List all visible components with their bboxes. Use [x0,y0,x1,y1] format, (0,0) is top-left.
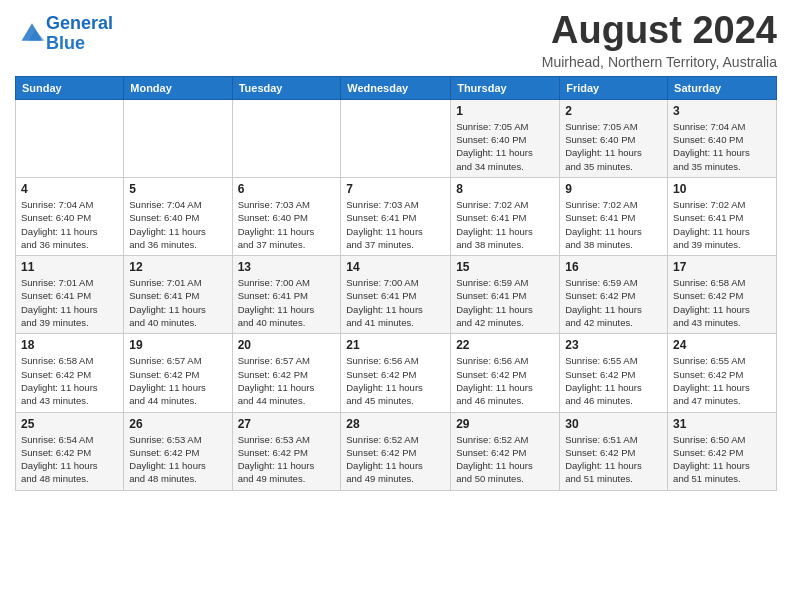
day-info: Sunrise: 6:57 AM Sunset: 6:42 PM Dayligh… [129,354,226,407]
day-info: Sunrise: 7:04 AM Sunset: 6:40 PM Dayligh… [129,198,226,251]
logo-general: General [46,13,113,33]
calendar-cell: 10Sunrise: 7:02 AM Sunset: 6:41 PM Dayli… [668,177,777,255]
calendar-cell: 11Sunrise: 7:01 AM Sunset: 6:41 PM Dayli… [16,256,124,334]
day-number: 24 [673,338,771,352]
calendar-cell: 1Sunrise: 7:05 AM Sunset: 6:40 PM Daylig… [451,99,560,177]
day-info: Sunrise: 7:03 AM Sunset: 6:41 PM Dayligh… [346,198,445,251]
day-info: Sunrise: 6:59 AM Sunset: 6:41 PM Dayligh… [456,276,554,329]
calendar-table: SundayMondayTuesdayWednesdayThursdayFrid… [15,76,777,491]
calendar-cell: 3Sunrise: 7:04 AM Sunset: 6:40 PM Daylig… [668,99,777,177]
calendar-cell: 19Sunrise: 6:57 AM Sunset: 6:42 PM Dayli… [124,334,232,412]
calendar-cell: 22Sunrise: 6:56 AM Sunset: 6:42 PM Dayli… [451,334,560,412]
calendar-cell: 5Sunrise: 7:04 AM Sunset: 6:40 PM Daylig… [124,177,232,255]
calendar-cell: 6Sunrise: 7:03 AM Sunset: 6:40 PM Daylig… [232,177,341,255]
day-info: Sunrise: 7:05 AM Sunset: 6:40 PM Dayligh… [565,120,662,173]
calendar-cell: 28Sunrise: 6:52 AM Sunset: 6:42 PM Dayli… [341,412,451,490]
calendar-cell: 2Sunrise: 7:05 AM Sunset: 6:40 PM Daylig… [560,99,668,177]
calendar-cell: 12Sunrise: 7:01 AM Sunset: 6:41 PM Dayli… [124,256,232,334]
calendar-cell: 4Sunrise: 7:04 AM Sunset: 6:40 PM Daylig… [16,177,124,255]
day-number: 6 [238,182,336,196]
day-info: Sunrise: 6:57 AM Sunset: 6:42 PM Dayligh… [238,354,336,407]
col-header-monday: Monday [124,76,232,99]
logo-blue: Blue [46,33,85,53]
day-info: Sunrise: 6:53 AM Sunset: 6:42 PM Dayligh… [129,433,226,486]
calendar-cell [341,99,451,177]
day-number: 30 [565,417,662,431]
day-number: 23 [565,338,662,352]
calendar-cell: 8Sunrise: 7:02 AM Sunset: 6:41 PM Daylig… [451,177,560,255]
col-header-friday: Friday [560,76,668,99]
day-info: Sunrise: 6:51 AM Sunset: 6:42 PM Dayligh… [565,433,662,486]
calendar-cell: 21Sunrise: 6:56 AM Sunset: 6:42 PM Dayli… [341,334,451,412]
day-number: 27 [238,417,336,431]
day-info: Sunrise: 7:01 AM Sunset: 6:41 PM Dayligh… [129,276,226,329]
day-number: 8 [456,182,554,196]
col-header-saturday: Saturday [668,76,777,99]
day-number: 19 [129,338,226,352]
day-number: 15 [456,260,554,274]
col-header-thursday: Thursday [451,76,560,99]
calendar-cell [124,99,232,177]
day-number: 1 [456,104,554,118]
calendar-cell: 17Sunrise: 6:58 AM Sunset: 6:42 PM Dayli… [668,256,777,334]
day-info: Sunrise: 6:53 AM Sunset: 6:42 PM Dayligh… [238,433,336,486]
day-info: Sunrise: 7:04 AM Sunset: 6:40 PM Dayligh… [673,120,771,173]
calendar-cell: 16Sunrise: 6:59 AM Sunset: 6:42 PM Dayli… [560,256,668,334]
day-number: 12 [129,260,226,274]
day-number: 7 [346,182,445,196]
day-number: 25 [21,417,118,431]
calendar-cell: 26Sunrise: 6:53 AM Sunset: 6:42 PM Dayli… [124,412,232,490]
day-number: 21 [346,338,445,352]
day-info: Sunrise: 6:52 AM Sunset: 6:42 PM Dayligh… [346,433,445,486]
location-subtitle: Muirhead, Northern Territory, Australia [542,54,777,70]
day-number: 17 [673,260,771,274]
calendar-cell: 24Sunrise: 6:55 AM Sunset: 6:42 PM Dayli… [668,334,777,412]
calendar-cell: 25Sunrise: 6:54 AM Sunset: 6:42 PM Dayli… [16,412,124,490]
day-number: 5 [129,182,226,196]
calendar-cell: 13Sunrise: 7:00 AM Sunset: 6:41 PM Dayli… [232,256,341,334]
calendar-cell: 20Sunrise: 6:57 AM Sunset: 6:42 PM Dayli… [232,334,341,412]
day-number: 28 [346,417,445,431]
title-block: August 2024 Muirhead, Northern Territory… [542,10,777,70]
day-number: 22 [456,338,554,352]
calendar-cell: 29Sunrise: 6:52 AM Sunset: 6:42 PM Dayli… [451,412,560,490]
day-number: 13 [238,260,336,274]
calendar-cell: 18Sunrise: 6:58 AM Sunset: 6:42 PM Dayli… [16,334,124,412]
page-header: General Blue August 2024 Muirhead, North… [15,10,777,70]
calendar-cell: 14Sunrise: 7:00 AM Sunset: 6:41 PM Dayli… [341,256,451,334]
day-info: Sunrise: 6:58 AM Sunset: 6:42 PM Dayligh… [673,276,771,329]
col-header-wednesday: Wednesday [341,76,451,99]
col-header-tuesday: Tuesday [232,76,341,99]
calendar-cell: 27Sunrise: 6:53 AM Sunset: 6:42 PM Dayli… [232,412,341,490]
day-info: Sunrise: 6:52 AM Sunset: 6:42 PM Dayligh… [456,433,554,486]
day-info: Sunrise: 7:02 AM Sunset: 6:41 PM Dayligh… [673,198,771,251]
day-info: Sunrise: 7:01 AM Sunset: 6:41 PM Dayligh… [21,276,118,329]
day-info: Sunrise: 7:04 AM Sunset: 6:40 PM Dayligh… [21,198,118,251]
day-info: Sunrise: 7:00 AM Sunset: 6:41 PM Dayligh… [238,276,336,329]
day-info: Sunrise: 7:02 AM Sunset: 6:41 PM Dayligh… [565,198,662,251]
col-header-sunday: Sunday [16,76,124,99]
day-number: 20 [238,338,336,352]
day-number: 4 [21,182,118,196]
calendar-cell: 7Sunrise: 7:03 AM Sunset: 6:41 PM Daylig… [341,177,451,255]
day-info: Sunrise: 7:02 AM Sunset: 6:41 PM Dayligh… [456,198,554,251]
month-title: August 2024 [542,10,777,52]
day-info: Sunrise: 6:55 AM Sunset: 6:42 PM Dayligh… [673,354,771,407]
day-number: 10 [673,182,771,196]
day-info: Sunrise: 6:59 AM Sunset: 6:42 PM Dayligh… [565,276,662,329]
day-number: 31 [673,417,771,431]
calendar-cell: 30Sunrise: 6:51 AM Sunset: 6:42 PM Dayli… [560,412,668,490]
day-number: 18 [21,338,118,352]
day-info: Sunrise: 6:54 AM Sunset: 6:42 PM Dayligh… [21,433,118,486]
calendar-cell [232,99,341,177]
logo: General Blue [15,14,113,54]
day-number: 2 [565,104,662,118]
calendar-cell: 9Sunrise: 7:02 AM Sunset: 6:41 PM Daylig… [560,177,668,255]
day-number: 3 [673,104,771,118]
calendar-cell: 23Sunrise: 6:55 AM Sunset: 6:42 PM Dayli… [560,334,668,412]
day-info: Sunrise: 6:56 AM Sunset: 6:42 PM Dayligh… [456,354,554,407]
day-number: 14 [346,260,445,274]
day-info: Sunrise: 6:55 AM Sunset: 6:42 PM Dayligh… [565,354,662,407]
calendar-cell: 15Sunrise: 6:59 AM Sunset: 6:41 PM Dayli… [451,256,560,334]
calendar-cell [16,99,124,177]
